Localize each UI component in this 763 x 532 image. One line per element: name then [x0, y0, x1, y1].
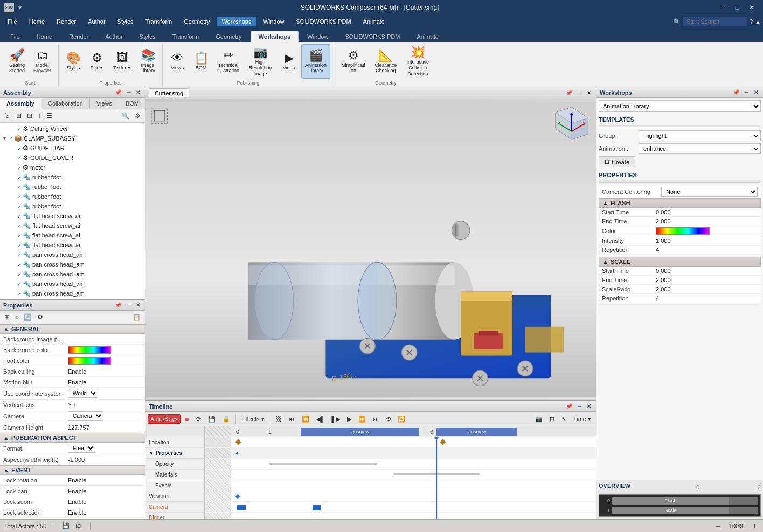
expand-all-button[interactable]: ⊞ — [14, 110, 24, 121]
bom-button[interactable]: 📋 BOM — [190, 44, 212, 79]
status-btn-2[interactable]: 🗂 — [73, 521, 84, 530]
prop-coord-sys-select[interactable]: World — [68, 389, 98, 398]
tree-item-guide-cover[interactable]: ✓ ⚙ GUIDE_COVER — [0, 153, 145, 163]
menu-solidworks-pdm[interactable]: SOLIDWORKS PDM — [291, 17, 357, 26]
foot-color-swatch[interactable] — [68, 357, 111, 365]
tree-item-guide-bar[interactable]: ✓ ⚙ GUIDE_BAR — [0, 143, 145, 153]
ribbon-tab-transform[interactable]: Transform — [164, 31, 207, 42]
tree-item-rubber-foot-1[interactable]: ✓ 🔩 rubber foot — [0, 172, 145, 182]
help-icon[interactable]: ? — [750, 18, 753, 25]
menu-animate[interactable]: Animate — [358, 17, 390, 26]
viewport-tab[interactable]: Cutter.smg — [149, 88, 189, 97]
expand-icon[interactable]: ▲ — [755, 18, 761, 25]
time-dropdown-button[interactable]: Time ▾ — [571, 414, 594, 424]
camera-centering-select[interactable]: None — [661, 187, 758, 197]
prop-btn-1[interactable]: ⊞ — [2, 312, 12, 323]
tree-item-pan-head-5[interactable]: ✓ 🔩 pan cross head_am — [0, 289, 145, 298]
check-motor[interactable]: ✓ — [17, 165, 22, 171]
ribbon-tab-solidworks-pdm[interactable]: SOLIDWORKS PDM — [337, 31, 408, 42]
filter-button[interactable]: 🔍 — [119, 110, 131, 121]
clearance-checking-button[interactable]: 📐 ClearanceChecking — [371, 44, 400, 79]
prop-btn-4[interactable]: ⚙ — [35, 312, 45, 323]
refresh-button[interactable]: ⟳ — [193, 414, 204, 424]
tree-item-pan-head-1[interactable]: ✓ 🔩 pan cross head_am — [0, 250, 145, 260]
prop-camera-select[interactable]: Camera — [68, 411, 103, 421]
play-button[interactable]: ▶ — [344, 414, 354, 424]
sort-button[interactable]: ↕ — [36, 110, 43, 121]
tree-item-flat-screw-3[interactable]: ✓ 🔩 flat head screw_ai — [0, 230, 145, 240]
fit-btn[interactable]: ⊡ — [547, 414, 557, 424]
assembly-close-button[interactable]: ✕ — [134, 89, 142, 96]
status-btn-1[interactable]: 💾 — [60, 521, 72, 531]
check-rubber-foot-4[interactable]: ✓ — [17, 204, 22, 209]
timeline-close-button[interactable]: ✕ — [585, 403, 593, 410]
ribbon-tab-window[interactable]: Window — [299, 31, 336, 42]
technical-illustration-button[interactable]: ✏ TechnicalIllustration — [213, 44, 243, 79]
tree-item-rubber-foot-2[interactable]: ✓ 🔩 rubber foot — [0, 182, 145, 192]
animation-library-button[interactable]: 🎬 AnimationLibrary — [301, 44, 330, 79]
menu-transform[interactable]: Transform — [140, 17, 178, 26]
viewport-pin-button[interactable]: 📌 — [564, 89, 574, 96]
check-pan-head-3[interactable]: ✓ — [17, 271, 22, 277]
expand-clamp-subassy[interactable]: ▼ — [2, 136, 9, 141]
menu-file[interactable]: File — [2, 17, 23, 26]
interactive-collision-detection-button[interactable]: 💥 InteractiveCollision Detection — [401, 44, 434, 79]
tree-item-clamp-subassy[interactable]: ▼ ✓ 📦 CLAMP_SUBASSY — [0, 134, 145, 143]
keyframe-viewport-1[interactable] — [235, 494, 240, 499]
image-library-button[interactable]: 📚 ImageLibrary — [136, 44, 159, 79]
loop-button[interactable]: ⟲ — [383, 414, 393, 424]
check-rubber-foot-3[interactable]: ✓ — [17, 194, 22, 200]
list-view-button[interactable]: ☰ — [44, 110, 54, 121]
check-flat-screw-1[interactable]: ✓ — [17, 213, 22, 219]
workshops-pin-button[interactable]: 📌 — [731, 89, 741, 96]
animation-library-select[interactable]: Animation Library — [599, 100, 761, 112]
tree-item-flat-screw-1[interactable]: ✓ 🔩 flat head screw_ai — [0, 211, 145, 221]
tree-item-motor[interactable]: ✓ ⚙ motor — [0, 163, 145, 172]
check-cutting-wheel[interactable]: ✓ — [17, 126, 22, 132]
minimize-button[interactable]: ─ — [717, 3, 730, 12]
keyframe-add-button[interactable]: 💾 — [205, 414, 218, 424]
flash-color-swatch[interactable] — [656, 227, 710, 235]
simplification-button[interactable]: ⚙ Simplification — [337, 44, 370, 79]
timeline-minimize-button[interactable]: ─ — [576, 403, 583, 410]
ribbon-tab-home[interactable]: Home — [29, 31, 60, 42]
tab-collaboration[interactable]: Collaboration — [41, 98, 90, 109]
repeat-button[interactable]: 🔁 — [395, 414, 408, 424]
ribbon-tab-styles[interactable]: Styles — [131, 31, 164, 42]
check-pan-head-1[interactable]: ✓ — [17, 252, 22, 258]
workshops-close-button[interactable]: ✕ — [752, 89, 760, 96]
viewport-minimize-button[interactable]: ─ — [576, 89, 583, 96]
tree-item-pan-head-2[interactable]: ✓ 🔩 pan cross head_am — [0, 260, 145, 269]
check-pan-head-4[interactable]: ✓ — [17, 281, 22, 287]
prop-format-select[interactable]: Free — [68, 444, 95, 453]
high-resolution-image-button[interactable]: 📷 High ResolutionImage — [244, 44, 276, 79]
tree-item-rubber-foot-3[interactable]: ✓ 🔩 rubber foot — [0, 192, 145, 201]
properties-pin-button[interactable]: 📌 — [113, 302, 123, 309]
prop-btn-5[interactable]: 📋 — [130, 312, 143, 323]
styles-button[interactable]: 🎨 Styles — [62, 44, 85, 79]
prop-btn-3[interactable]: 🔄 — [22, 312, 34, 323]
auto-keys-button[interactable]: Auto-Keys — [148, 414, 181, 424]
end-button[interactable]: ⏭ — [370, 414, 382, 424]
ribbon-tab-file[interactable]: File — [2, 31, 28, 42]
camera-btn[interactable]: 📷 — [532, 414, 545, 424]
keyframe-loc-1[interactable] — [235, 439, 241, 445]
zoom-in-button[interactable]: + — [751, 521, 759, 531]
check-guide-bar[interactable]: ✓ — [17, 145, 22, 151]
check-pan-head-2[interactable]: ✓ — [17, 262, 22, 268]
model-browser-button[interactable]: 🗂 ModelBrowser — [30, 44, 55, 79]
check-clamp-subassy[interactable]: ✓ — [9, 136, 13, 142]
tree-item-rubber-foot-4[interactable]: ✓ 🔩 rubber foot — [0, 201, 145, 211]
ribbon-tab-render[interactable]: Render — [61, 31, 96, 42]
properties-minimize-button[interactable]: ─ — [125, 302, 132, 309]
menu-render[interactable]: Render — [51, 17, 81, 26]
ribbon-tab-workshops[interactable]: Workshops — [251, 31, 299, 42]
tab-bom[interactable]: BOM — [119, 98, 146, 109]
keyframe-prop-1[interactable] — [235, 452, 239, 455]
menu-author[interactable]: Author — [82, 17, 110, 26]
timeline-pin-button[interactable]: 📌 — [564, 403, 574, 410]
timeline-track-area[interactable] — [205, 437, 596, 519]
check-flat-screw-3[interactable]: ✓ — [17, 233, 22, 239]
ribbon-tab-animate[interactable]: Animate — [408, 31, 446, 42]
check-rubber-foot-2[interactable]: ✓ — [17, 184, 22, 190]
